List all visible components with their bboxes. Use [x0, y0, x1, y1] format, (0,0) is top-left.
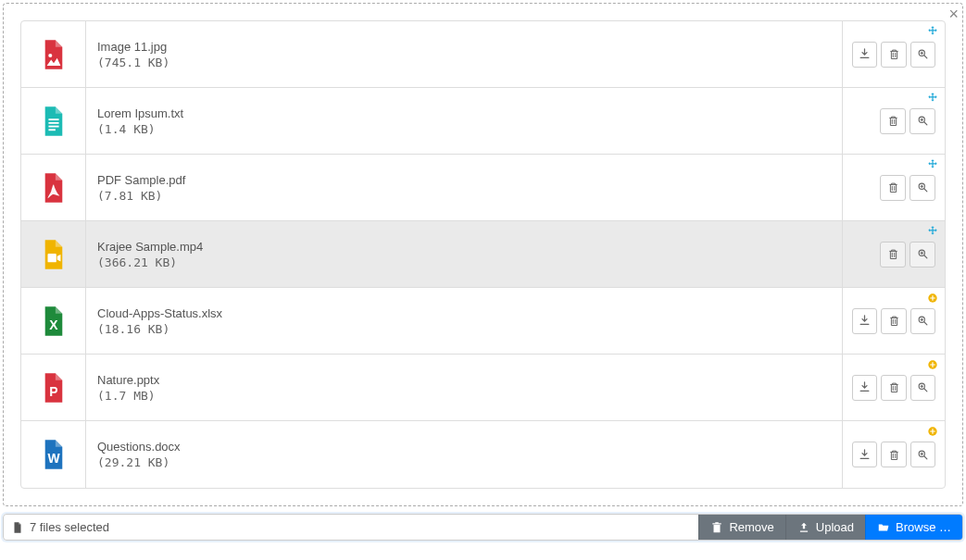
svg-rect-4: [48, 125, 58, 127]
file-row[interactable]: Image 11.jpg(745.1 KB): [21, 21, 945, 88]
file-size: (1.4 KB): [97, 122, 831, 136]
svg-text:P: P: [49, 384, 57, 399]
file-info: Image 11.jpg(745.1 KB): [86, 21, 843, 87]
zoom-button[interactable]: [910, 42, 935, 68]
file-row[interactable]: WQuestions.docx(29.21 KB): [21, 421, 945, 488]
file-name: Cloud-Apps-Status.xlsx: [97, 306, 831, 320]
download-button[interactable]: [852, 308, 877, 334]
selection-caption: 7 files selected: [4, 515, 698, 540]
delete-button[interactable]: [880, 242, 906, 268]
file-name: Krajee Sample.mp4: [97, 240, 831, 254]
download-button[interactable]: [852, 375, 877, 401]
file-info: Nature.pptx(1.7 MB): [86, 355, 843, 420]
browse-label: Browse …: [896, 520, 951, 534]
zoom-button[interactable]: [910, 375, 935, 401]
delete-button[interactable]: [880, 175, 906, 201]
zoom-icon: [916, 114, 930, 128]
zoom-icon: [916, 247, 930, 261]
browse-button[interactable]: Browse …: [865, 515, 962, 540]
delete-button[interactable]: [881, 442, 906, 467]
file-row[interactable]: Lorem Ipsum.txt(1.4 KB): [21, 88, 945, 155]
file-type-icon: [21, 21, 86, 87]
svg-rect-3: [48, 121, 58, 123]
move-icon[interactable]: [926, 25, 939, 38]
trash-icon: [710, 521, 723, 534]
file-type-icon: [21, 221, 86, 287]
zoom-button[interactable]: [910, 308, 935, 334]
move-icon[interactable]: [926, 225, 939, 238]
delete-icon: [886, 180, 900, 194]
file-size: (1.7 MB): [97, 389, 831, 403]
download-button[interactable]: [852, 442, 877, 467]
file-row[interactable]: PNature.pptx(1.7 MB): [21, 355, 945, 421]
file-name: Nature.pptx: [97, 373, 831, 387]
delete-icon: [886, 247, 900, 261]
zoom-icon: [916, 380, 930, 394]
add-icon[interactable]: [926, 358, 939, 371]
zoom-button[interactable]: [910, 108, 935, 134]
file-info: Krajee Sample.mp4(366.21 KB): [86, 221, 843, 287]
file-size: (18.16 KB): [97, 322, 831, 336]
add-icon[interactable]: [926, 425, 939, 438]
file-type-icon: W: [21, 421, 86, 488]
file-size: (745.1 KB): [97, 56, 831, 69]
delete-icon: [887, 380, 901, 394]
download-icon: [858, 380, 872, 394]
file-name: Image 11.jpg: [97, 40, 831, 54]
upload-label: Upload: [816, 520, 854, 534]
delete-icon: [887, 47, 901, 61]
file-list: Image 11.jpg(745.1 KB)Lorem Ipsum.txt(1.…: [20, 20, 946, 489]
move-icon[interactable]: [926, 92, 939, 105]
remove-button[interactable]: Remove: [698, 515, 784, 540]
delete-icon: [886, 114, 900, 128]
download-icon: [858, 47, 872, 61]
zoom-icon: [916, 448, 930, 462]
file-row[interactable]: Krajee Sample.mp4(366.21 KB): [21, 221, 945, 288]
file-icon: [11, 521, 24, 534]
zoom-button[interactable]: [910, 175, 935, 201]
zoom-icon: [916, 314, 930, 328]
file-type-icon: [21, 88, 86, 154]
delete-button[interactable]: [881, 308, 906, 334]
download-button[interactable]: [852, 42, 877, 68]
file-size: (366.21 KB): [97, 255, 831, 269]
zoom-button[interactable]: [910, 242, 935, 268]
file-type-icon: P: [21, 355, 86, 420]
file-name: Lorem Ipsum.txt: [97, 106, 831, 120]
close-icon[interactable]: ×: [948, 6, 959, 22]
svg-text:W: W: [47, 451, 60, 466]
move-icon[interactable]: [926, 158, 939, 171]
upload-icon: [797, 521, 810, 534]
download-icon: [858, 314, 872, 328]
svg-rect-5: [48, 129, 55, 131]
footer-bar: 7 files selected Remove Upload Browse …: [3, 514, 963, 541]
zoom-icon: [916, 180, 930, 194]
file-info: PDF Sample.pdf(7.81 KB): [86, 155, 843, 220]
file-name: PDF Sample.pdf: [97, 173, 831, 187]
svg-rect-2: [48, 118, 58, 120]
file-row[interactable]: PDF Sample.pdf(7.81 KB): [21, 155, 945, 221]
file-info: Lorem Ipsum.txt(1.4 KB): [86, 88, 843, 154]
svg-point-0: [48, 53, 52, 56]
dropzone: × Image 11.jpg(745.1 KB)Lorem Ipsum.txt(…: [3, 3, 963, 506]
file-name: Questions.docx: [97, 440, 831, 454]
file-size: (7.81 KB): [97, 189, 831, 203]
folder-open-icon: [877, 521, 890, 534]
file-info: Cloud-Apps-Status.xlsx(18.16 KB): [86, 288, 843, 354]
upload-button[interactable]: Upload: [785, 515, 865, 540]
file-type-icon: X: [21, 288, 86, 354]
download-icon: [858, 448, 872, 462]
zoom-icon: [916, 47, 930, 61]
file-info: Questions.docx(29.21 KB): [86, 421, 843, 488]
delete-button[interactable]: [881, 375, 906, 401]
file-size: (29.21 KB): [97, 455, 831, 469]
delete-button[interactable]: [881, 42, 906, 68]
add-icon[interactable]: [926, 292, 939, 305]
caption-text: 7 files selected: [30, 520, 109, 534]
zoom-button[interactable]: [910, 442, 935, 467]
file-type-icon: [21, 155, 86, 220]
delete-icon: [887, 448, 901, 462]
delete-button[interactable]: [880, 108, 906, 134]
file-row[interactable]: XCloud-Apps-Status.xlsx(18.16 KB): [21, 288, 945, 355]
svg-rect-8: [47, 254, 56, 262]
